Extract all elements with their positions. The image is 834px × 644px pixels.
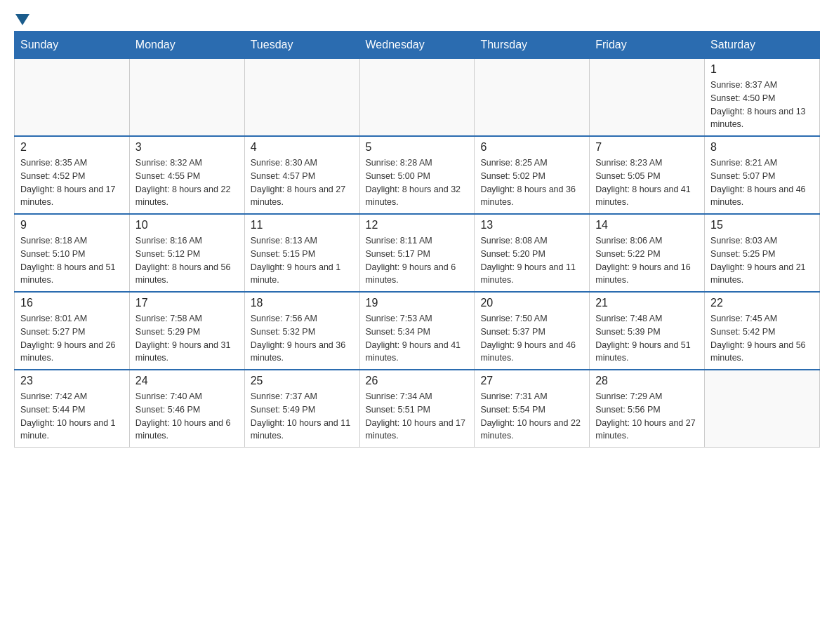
calendar-day-cell: 7Sunrise: 8:23 AMSunset: 5:05 PMDaylight… xyxy=(590,136,705,214)
day-number: 25 xyxy=(251,375,354,387)
calendar-week-row: 16Sunrise: 8:01 AMSunset: 5:27 PMDayligh… xyxy=(15,292,820,370)
day-number: 3 xyxy=(135,141,239,154)
day-info: Sunrise: 8:11 AMSunset: 5:17 PMDaylight:… xyxy=(366,234,469,287)
day-number: 17 xyxy=(135,297,239,309)
calendar-day-cell: 12Sunrise: 8:11 AMSunset: 5:17 PMDayligh… xyxy=(359,214,475,292)
day-info: Sunrise: 8:08 AMSunset: 5:20 PMDaylight:… xyxy=(480,234,583,287)
day-info: Sunrise: 8:35 AMSunset: 4:52 PMDaylight:… xyxy=(20,156,124,209)
page-header xyxy=(14,14,820,24)
day-info: Sunrise: 7:45 AMSunset: 5:42 PMDaylight:… xyxy=(710,312,814,365)
calendar-day-cell: 24Sunrise: 7:40 AMSunset: 5:46 PMDayligh… xyxy=(129,370,244,448)
day-number: 8 xyxy=(710,141,814,154)
day-info: Sunrise: 8:28 AMSunset: 5:00 PMDaylight:… xyxy=(366,156,469,209)
day-info: Sunrise: 7:56 AMSunset: 5:32 PMDaylight:… xyxy=(251,312,354,365)
day-info: Sunrise: 8:37 AMSunset: 4:50 PMDaylight:… xyxy=(710,79,814,131)
logo-arrow-icon xyxy=(15,14,29,25)
calendar-week-row: 23Sunrise: 7:42 AMSunset: 5:44 PMDayligh… xyxy=(15,370,820,448)
day-info: Sunrise: 7:34 AMSunset: 5:51 PMDaylight:… xyxy=(366,390,469,443)
calendar-day-cell: 14Sunrise: 8:06 AMSunset: 5:22 PMDayligh… xyxy=(590,214,705,292)
day-info: Sunrise: 8:03 AMSunset: 5:25 PMDaylight:… xyxy=(710,234,814,287)
day-info: Sunrise: 7:50 AMSunset: 5:37 PMDaylight:… xyxy=(480,312,583,365)
calendar-day-cell: 6Sunrise: 8:25 AMSunset: 5:02 PMDaylight… xyxy=(475,136,590,214)
calendar-day-cell: 15Sunrise: 8:03 AMSunset: 5:25 PMDayligh… xyxy=(705,214,820,292)
weekday-header-thursday: Thursday xyxy=(475,32,590,59)
day-info: Sunrise: 7:58 AMSunset: 5:29 PMDaylight:… xyxy=(135,312,239,365)
calendar-day-cell: 19Sunrise: 7:53 AMSunset: 5:34 PMDayligh… xyxy=(359,292,475,370)
calendar-day-cell xyxy=(15,59,130,137)
day-number: 11 xyxy=(251,219,354,232)
calendar-day-cell: 10Sunrise: 8:16 AMSunset: 5:12 PMDayligh… xyxy=(129,214,244,292)
day-number: 2 xyxy=(20,141,124,154)
weekday-header-wednesday: Wednesday xyxy=(359,32,475,59)
day-number: 1 xyxy=(710,63,814,76)
calendar-day-cell: 26Sunrise: 7:34 AMSunset: 5:51 PMDayligh… xyxy=(359,370,475,448)
calendar-day-cell: 11Sunrise: 8:13 AMSunset: 5:15 PMDayligh… xyxy=(244,214,359,292)
day-info: Sunrise: 8:21 AMSunset: 5:07 PMDaylight:… xyxy=(710,156,814,209)
logo xyxy=(14,14,31,24)
day-info: Sunrise: 8:25 AMSunset: 5:02 PMDaylight:… xyxy=(480,156,583,209)
day-info: Sunrise: 8:32 AMSunset: 4:55 PMDaylight:… xyxy=(135,156,239,209)
day-info: Sunrise: 7:40 AMSunset: 5:46 PMDaylight:… xyxy=(135,390,239,443)
day-info: Sunrise: 7:29 AMSunset: 5:56 PMDaylight:… xyxy=(595,390,699,443)
day-number: 9 xyxy=(20,219,124,232)
day-number: 26 xyxy=(366,375,469,387)
calendar-week-row: 9Sunrise: 8:18 AMSunset: 5:10 PMDaylight… xyxy=(15,214,820,292)
day-info: Sunrise: 7:37 AMSunset: 5:49 PMDaylight:… xyxy=(251,390,354,443)
weekday-header-friday: Friday xyxy=(590,32,705,59)
calendar-day-cell: 27Sunrise: 7:31 AMSunset: 5:54 PMDayligh… xyxy=(475,370,590,448)
day-info: Sunrise: 7:53 AMSunset: 5:34 PMDaylight:… xyxy=(366,312,469,365)
day-number: 24 xyxy=(135,375,239,387)
day-info: Sunrise: 8:16 AMSunset: 5:12 PMDaylight:… xyxy=(135,234,239,287)
day-number: 4 xyxy=(251,141,354,154)
calendar-day-cell: 3Sunrise: 8:32 AMSunset: 4:55 PMDaylight… xyxy=(129,136,244,214)
calendar-week-row: 2Sunrise: 8:35 AMSunset: 4:52 PMDaylight… xyxy=(15,136,820,214)
day-number: 13 xyxy=(480,219,583,232)
calendar-day-cell: 28Sunrise: 7:29 AMSunset: 5:56 PMDayligh… xyxy=(590,370,705,448)
calendar-week-row: 1Sunrise: 8:37 AMSunset: 4:50 PMDaylight… xyxy=(15,59,820,137)
day-number: 23 xyxy=(20,375,124,387)
day-number: 12 xyxy=(366,219,469,232)
calendar-day-cell: 13Sunrise: 8:08 AMSunset: 5:20 PMDayligh… xyxy=(475,214,590,292)
day-info: Sunrise: 8:06 AMSunset: 5:22 PMDaylight:… xyxy=(595,234,699,287)
day-number: 19 xyxy=(366,297,469,309)
calendar-day-cell: 17Sunrise: 7:58 AMSunset: 5:29 PMDayligh… xyxy=(129,292,244,370)
day-number: 16 xyxy=(20,297,124,309)
calendar-day-cell: 4Sunrise: 8:30 AMSunset: 4:57 PMDaylight… xyxy=(244,136,359,214)
day-number: 10 xyxy=(135,219,239,232)
calendar-day-cell xyxy=(359,59,475,137)
weekday-header-tuesday: Tuesday xyxy=(244,32,359,59)
day-info: Sunrise: 8:23 AMSunset: 5:05 PMDaylight:… xyxy=(595,156,699,209)
calendar-day-cell: 25Sunrise: 7:37 AMSunset: 5:49 PMDayligh… xyxy=(244,370,359,448)
day-number: 14 xyxy=(595,219,699,232)
day-info: Sunrise: 8:30 AMSunset: 4:57 PMDaylight:… xyxy=(251,156,354,209)
calendar-day-cell: 21Sunrise: 7:48 AMSunset: 5:39 PMDayligh… xyxy=(590,292,705,370)
day-info: Sunrise: 8:13 AMSunset: 5:15 PMDaylight:… xyxy=(251,234,354,287)
calendar-day-cell: 16Sunrise: 8:01 AMSunset: 5:27 PMDayligh… xyxy=(15,292,130,370)
calendar-day-cell: 20Sunrise: 7:50 AMSunset: 5:37 PMDayligh… xyxy=(475,292,590,370)
day-number: 18 xyxy=(251,297,354,309)
calendar-table: SundayMondayTuesdayWednesdayThursdayFrid… xyxy=(14,31,820,448)
calendar-day-cell xyxy=(705,370,820,448)
calendar-day-cell xyxy=(590,59,705,137)
day-info: Sunrise: 8:18 AMSunset: 5:10 PMDaylight:… xyxy=(20,234,124,287)
day-info: Sunrise: 8:01 AMSunset: 5:27 PMDaylight:… xyxy=(20,312,124,365)
weekday-header-monday: Monday xyxy=(129,32,244,59)
calendar-day-cell: 8Sunrise: 8:21 AMSunset: 5:07 PMDaylight… xyxy=(705,136,820,214)
calendar-day-cell xyxy=(244,59,359,137)
weekday-header-sunday: Sunday xyxy=(15,32,130,59)
day-number: 15 xyxy=(710,219,814,232)
day-number: 20 xyxy=(480,297,583,309)
calendar-day-cell xyxy=(475,59,590,137)
calendar-day-cell: 22Sunrise: 7:45 AMSunset: 5:42 PMDayligh… xyxy=(705,292,820,370)
day-info: Sunrise: 7:31 AMSunset: 5:54 PMDaylight:… xyxy=(480,390,583,443)
day-info: Sunrise: 7:42 AMSunset: 5:44 PMDaylight:… xyxy=(20,390,124,443)
calendar-day-cell: 23Sunrise: 7:42 AMSunset: 5:44 PMDayligh… xyxy=(15,370,130,448)
day-number: 5 xyxy=(366,141,469,154)
calendar-day-cell: 1Sunrise: 8:37 AMSunset: 4:50 PMDaylight… xyxy=(705,59,820,137)
day-number: 6 xyxy=(480,141,583,154)
day-number: 27 xyxy=(480,375,583,387)
day-number: 7 xyxy=(595,141,699,154)
weekday-header-saturday: Saturday xyxy=(705,32,820,59)
day-number: 28 xyxy=(595,375,699,387)
day-number: 22 xyxy=(710,297,814,309)
